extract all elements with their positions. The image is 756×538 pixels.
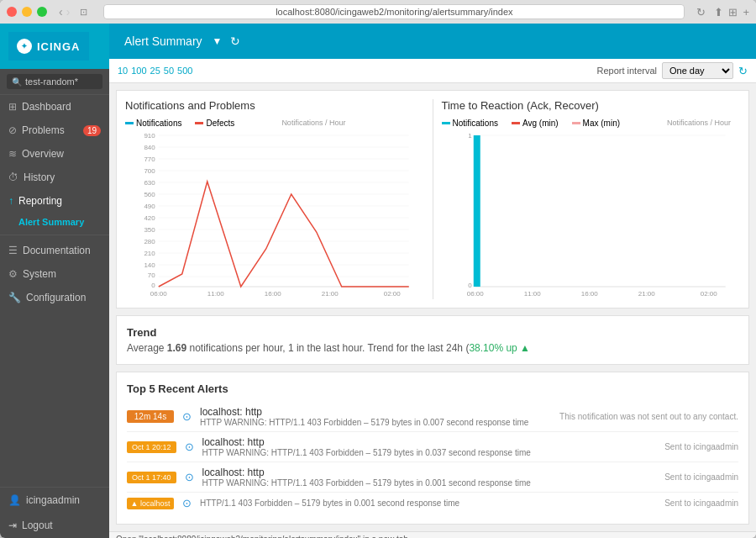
max-dot (572, 122, 580, 124)
alert-host-1[interactable]: localhost: http (202, 436, 657, 448)
logout-icon: ⇥ (8, 520, 17, 531)
notifications-dot-r (442, 122, 450, 124)
sidebar-item-documentation[interactable]: ☰ Documentation (0, 239, 109, 262)
trend-avg-value: 1.69 (167, 342, 186, 354)
limit-10[interactable]: 10 (118, 66, 128, 76)
alert-content-0: localhost: http HTTP WARNING: HTTP/1.1 4… (200, 406, 551, 427)
trend-section: Trend Average 1.69 notifications per hou… (116, 315, 749, 365)
alert-detail-3: HTTP/1.1 403 Forbidden – 5179 bytes in 0… (200, 498, 656, 508)
topbar: Alert Summary ▼ ↻ (109, 24, 756, 59)
limit-100[interactable]: 100 (131, 66, 146, 76)
sidebar-item-overview[interactable]: ≋ Overview (0, 142, 109, 166)
chart-right-container: 1 0 06:00 11:00 16:00 21:00 (442, 131, 741, 299)
sidebar-search[interactable]: 🔍 test-random* (0, 69, 109, 95)
svg-text:910: 910 (144, 132, 155, 140)
sidebar-logout[interactable]: ⇥ Logout (0, 513, 109, 538)
svg-text:21:00: 21:00 (638, 290, 655, 298)
report-interval-label: Report interval (596, 66, 657, 76)
share-icon[interactable]: ⬆ (714, 6, 723, 18)
minimize-button[interactable] (22, 7, 32, 17)
forward-button[interactable]: › (66, 5, 71, 18)
close-button[interactable] (7, 7, 17, 17)
page-icon: ⊡ (75, 7, 92, 18)
chart-right-svg: 1 0 06:00 11:00 16:00 21:00 (442, 131, 741, 299)
configuration-icon: 🔧 (8, 292, 21, 303)
sidebar-section-bottom: ☰ Documentation ⚙ System 🔧 Configuration (0, 235, 109, 309)
svg-text:350: 350 (144, 226, 155, 234)
sidebar-item-label-problems: Problems (22, 124, 65, 136)
sidebar-item-label-dashboard: Dashboard (22, 101, 71, 113)
refresh-interval-icon[interactable]: ↻ (738, 65, 748, 77)
sidebar-item-problems[interactable]: ⊘ Problems 19 (0, 119, 109, 142)
alert-host-2[interactable]: localhost: http (202, 467, 657, 478)
svg-text:21:00: 21:00 (322, 290, 339, 298)
alert-content-1: localhost: http HTTP WARNING: HTTP/1.1 4… (202, 436, 657, 457)
svg-text:420: 420 (144, 214, 155, 222)
alert-icon-1: ⊙ (185, 440, 194, 453)
new-tab-icon[interactable]: + (743, 6, 749, 18)
alerts-section: Top 5 Recent Alerts 12m 14s ⊙ localhost:… (116, 372, 749, 525)
alert-row-0: 12m 14s ⊙ localhost: http HTTP WARNING: … (127, 402, 738, 432)
trend-direction: ▲ (520, 342, 530, 354)
problems-icon: ⊘ (8, 124, 17, 136)
svg-text:560: 560 (144, 191, 155, 198)
maximize-button[interactable] (37, 7, 47, 17)
chart-left-sublabel: Notifications / Hour (281, 119, 345, 128)
dropdown-icon[interactable]: ▼ (209, 35, 226, 47)
svg-text:0: 0 (468, 282, 472, 289)
sidebar-item-history[interactable]: ⏱ History (0, 166, 109, 189)
titlebar-actions: ⬆ ⊞ + (714, 6, 749, 18)
alert-host-0[interactable]: localhost: http (200, 406, 551, 418)
url-bar[interactable]: localhost:8080/icingaweb2/monitoring/ale… (103, 4, 685, 19)
svg-text:11:00: 11:00 (523, 290, 541, 298)
alert-content-2: localhost: http HTTP WARNING: HTTP/1.1 4… (202, 467, 657, 488)
search-icon: 🔍 (12, 77, 22, 87)
trend-text: Average 1.69 notifications per hour, 1 i… (127, 342, 738, 354)
alert-sent-2: Sent to icingaadmin (664, 472, 738, 482)
alert-row-3: ▲ localhost ⊙ HTTP/1.1 403 Forbidden – 5… (127, 493, 738, 514)
alert-time-0: 12m 14s (127, 410, 174, 423)
sidebar-item-label-configuration: Configuration (26, 292, 86, 303)
svg-text:840: 840 (144, 144, 155, 151)
chart-notifications-title: Notifications and Problems (125, 99, 424, 112)
alert-time-3: ▲ localhost (127, 498, 174, 509)
defects-dot (195, 122, 203, 124)
search-text[interactable]: test-random* (25, 76, 78, 87)
limit-50[interactable]: 50 (164, 66, 174, 76)
avg-label: Avg (min) (522, 119, 559, 128)
main-content: Alert Summary ▼ ↻ 10 100 25 50 500 Repor… (109, 24, 756, 538)
subbar: 10 100 25 50 500 Report interval One day… (109, 59, 756, 83)
sidebar-item-dashboard[interactable]: ⊞ Dashboard (0, 95, 109, 119)
report-interval-select[interactable]: One day One week One month (662, 62, 733, 79)
svg-text:06:00: 06:00 (466, 290, 484, 298)
system-icon: ⚙ (8, 268, 18, 280)
sidebar-item-system[interactable]: ⚙ System (0, 262, 109, 286)
limit-500[interactable]: 500 (177, 66, 192, 76)
chart-reaction-legend: Notifications Avg (min) Max (min) Notifi… (442, 119, 741, 128)
svg-text:770: 770 (144, 156, 155, 163)
alerts-title: Top 5 Recent Alerts (127, 382, 738, 395)
sidebar-footer: 👤 icingaadmin ⇥ Logout (0, 487, 109, 538)
limit-25[interactable]: 25 (150, 66, 160, 76)
alert-time-2: Oct 1 17:40 (127, 472, 176, 483)
svg-text:16:00: 16:00 (265, 290, 282, 298)
sidebar-item-reporting[interactable]: ↑ Reporting (0, 189, 109, 213)
alert-icon-0: ⊙ (182, 410, 192, 423)
sidebar-item-configuration[interactable]: 🔧 Configuration (0, 286, 109, 309)
alert-sent-3: Sent to icingaadmin (664, 498, 738, 508)
refresh-icon[interactable]: ↻ (230, 34, 240, 48)
alert-icon-3: ⊙ (182, 497, 192, 509)
reload-icon[interactable]: ↻ (696, 6, 706, 18)
alert-row-2: Oct 1 17:40 ⊙ localhost: http HTTP WARNI… (127, 462, 738, 493)
sidebar-user[interactable]: 👤 icingaadmin (0, 488, 109, 513)
reporting-icon: ↑ (8, 195, 13, 207)
legend-max: Max (min) (572, 119, 620, 128)
documentation-icon: ☰ (8, 245, 18, 256)
notifications-label: Notifications (136, 119, 181, 128)
sidebar-item-label-reporting: Reporting (18, 195, 62, 207)
legend-avg: Avg (min) (512, 119, 559, 128)
sidebar-item-alert-summary[interactable]: Alert Summary (0, 213, 109, 231)
back-button[interactable]: ‹ (59, 5, 63, 18)
alert-detail-2: HTTP WARNING: HTTP/1.1 403 Forbidden – 5… (202, 478, 657, 488)
add-tab-icon[interactable]: ⊞ (728, 6, 738, 18)
